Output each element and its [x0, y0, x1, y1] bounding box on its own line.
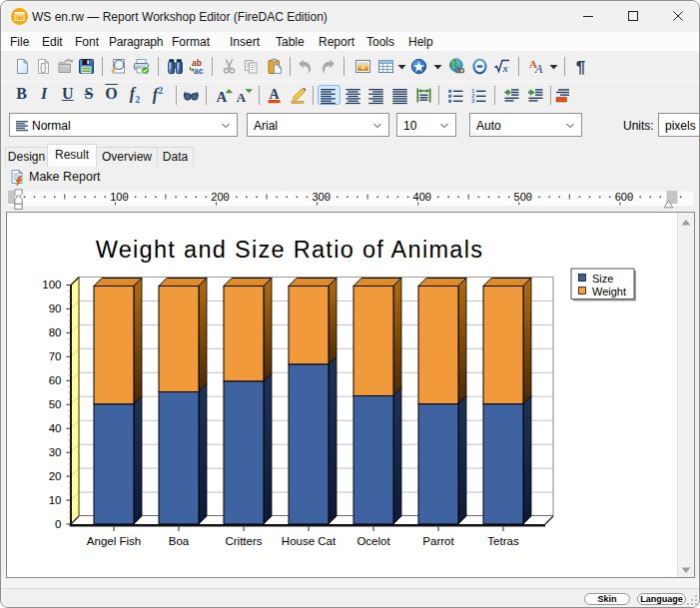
svg-text:¶: ¶ — [575, 58, 584, 75]
svg-text:Ocelot: Ocelot — [356, 535, 390, 547]
svg-text:10: 10 — [49, 494, 62, 506]
svg-text:60: 60 — [49, 374, 62, 386]
svg-text:A: A — [216, 89, 227, 105]
svg-text:Weight: Weight — [592, 286, 626, 298]
svg-text:80: 80 — [49, 326, 62, 338]
svg-text:20: 20 — [49, 470, 62, 482]
svg-text:Weight and Size Ratio of Anima: Weight and Size Ratio of Animals — [96, 237, 484, 263]
svg-text:Angel Fish: Angel Fish — [87, 535, 141, 547]
svg-text:600: 600 — [615, 191, 633, 203]
svg-text:House Cat: House Cat — [282, 535, 337, 547]
svg-text:3: 3 — [471, 98, 474, 104]
svg-text:Critters: Critters — [225, 535, 262, 547]
svg-text:200: 200 — [211, 191, 229, 203]
svg-text:Size: Size — [592, 273, 613, 285]
svg-text:40: 40 — [49, 422, 62, 434]
svg-text:100: 100 — [42, 279, 61, 291]
svg-text:500: 500 — [514, 191, 532, 203]
svg-text:A: A — [534, 62, 543, 75]
svg-text:ac: ac — [194, 66, 204, 76]
svg-text:Parrot: Parrot — [422, 535, 454, 547]
svg-text:70: 70 — [49, 350, 62, 362]
svg-text:x: x — [501, 63, 507, 74]
svg-text:90: 90 — [49, 303, 62, 314]
svg-text:400: 400 — [413, 191, 431, 203]
svg-text:Boa: Boa — [169, 535, 190, 547]
svg-text:100: 100 — [110, 191, 128, 203]
svg-text:30: 30 — [49, 446, 62, 458]
svg-text:A: A — [237, 90, 247, 105]
svg-text:Tetras: Tetras — [487, 535, 519, 547]
svg-text:300: 300 — [312, 191, 330, 203]
svg-text:{}: {} — [40, 62, 47, 73]
svg-text:50: 50 — [49, 398, 62, 410]
svg-text:A: A — [269, 87, 280, 102]
svg-text:0: 0 — [55, 518, 61, 530]
